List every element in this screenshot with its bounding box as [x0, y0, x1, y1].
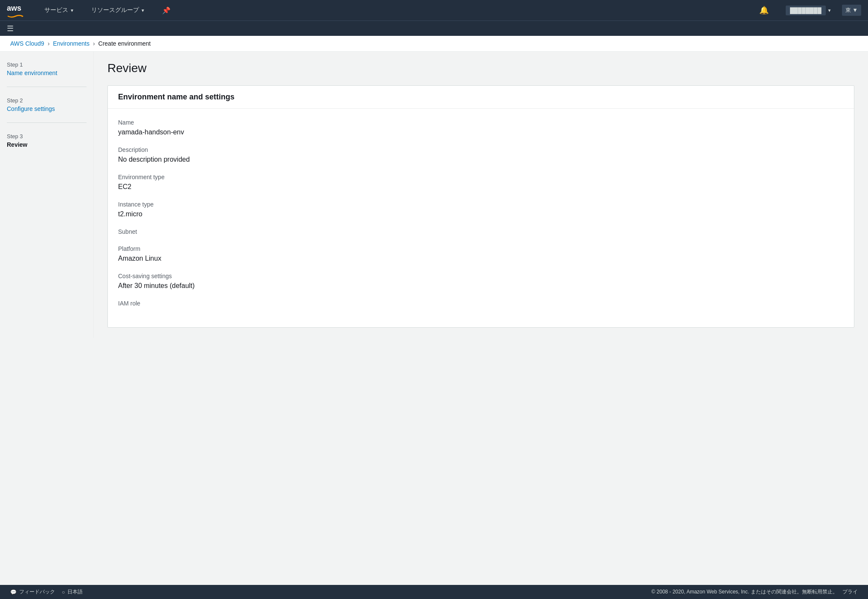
review-field-label: Description [118, 146, 844, 153]
wizard-sidebar: Step 1 Name environment Step 2 Configure… [0, 51, 94, 338]
aws-logo[interactable]: aws [7, 3, 24, 18]
user-account-menu[interactable]: ████████ ▼ [786, 6, 832, 15]
review-field: Cost-saving settingsAfter 30 minutes (de… [118, 273, 844, 290]
review-field: DescriptionNo description provided [118, 146, 844, 163]
review-field: Environment typeEC2 [118, 174, 844, 191]
breadcrumb-cloud9-link[interactable]: AWS Cloud9 [10, 40, 44, 47]
breadcrumb-current-page: Create environment [98, 40, 151, 47]
breadcrumb-environments-link[interactable]: Environments [53, 40, 90, 47]
language-label: 日本語 [67, 588, 83, 596]
review-panel-header: Environment name and settings [108, 86, 854, 109]
aws-wordmark-text: aws [7, 3, 24, 15]
review-field-label: Subnet [118, 228, 844, 235]
breadcrumb-separator-1: › [48, 40, 50, 47]
feedback-button[interactable]: 💬 フィードバック [10, 588, 55, 596]
review-field-value: Amazon Linux [118, 255, 844, 262]
page-footer: 💬 フィードバック ○ 日本語 © 2008 - 2020, Amazon We… [0, 585, 868, 599]
region-chevron: ▼ [852, 7, 858, 13]
sidebar-step-1: Step 1 Name environment [7, 61, 87, 87]
user-account-label: ████████ [786, 6, 826, 15]
svg-text:aws: aws [7, 4, 21, 12]
page-layout: Step 1 Name environment Step 2 Configure… [0, 51, 868, 338]
step-2-number: Step 2 [7, 97, 87, 104]
sidebar-item-review[interactable]: Review [7, 141, 87, 148]
feedback-label: フィードバック [19, 588, 55, 596]
review-field-value: EC2 [118, 183, 844, 191]
globe-icon: ○ [62, 589, 65, 595]
main-content: Review Environment name and settings Nam… [94, 51, 868, 338]
top-navigation: aws サービス ▼ リソースグループ ▼ 📌 🔔 ████████ ▼ 東 ▼ [0, 0, 868, 20]
breadcrumb-separator-2: › [93, 40, 95, 47]
feedback-bubble-icon: 💬 [10, 589, 17, 595]
sidebar-step-2: Step 2 Configure settings [7, 97, 87, 123]
page-title: Review [107, 61, 854, 75]
privacy-link[interactable]: プライ [842, 589, 858, 595]
review-field-value: No description provided [118, 156, 844, 163]
resource-groups-menu[interactable]: リソースグループ ▼ [88, 5, 148, 16]
step-1-number: Step 1 [7, 61, 87, 68]
review-field: Instance typet2.micro [118, 201, 844, 218]
review-field-label: Instance type [118, 201, 844, 208]
breadcrumb: AWS Cloud9 › Environments › Create envir… [0, 36, 868, 52]
sidebar-item-name-environment[interactable]: Name environment [7, 70, 87, 76]
review-field-value: t2.micro [118, 210, 844, 218]
svg-marker-1 [22, 15, 23, 17]
resource-groups-chevron: ▼ [141, 8, 145, 13]
review-panel-body: Nameyamada-handson-envDescriptionNo desc… [108, 109, 854, 327]
review-field: Subnet [118, 228, 844, 235]
review-field-value: yamada-handson-env [118, 128, 844, 136]
secondary-navigation: ☰ [0, 20, 868, 36]
footer-copyright: © 2008 - 2020, Amazon Web Services, Inc.… [651, 588, 858, 596]
review-panel: Environment name and settings Nameyamada… [107, 85, 854, 328]
region-selector[interactable]: 東 ▼ [842, 5, 862, 16]
notification-bell-icon[interactable]: 🔔 [759, 6, 769, 15]
resource-groups-label: リソースグループ [91, 6, 139, 14]
services-chevron: ▼ [70, 8, 74, 13]
review-field: PlatformAmazon Linux [118, 245, 844, 262]
review-field-label: IAM role [118, 300, 844, 307]
region-label: 東 [845, 7, 851, 13]
sidebar-item-configure-settings[interactable]: Configure settings [7, 105, 87, 112]
step-3-number: Step 3 [7, 133, 87, 140]
review-field-label: Name [118, 119, 844, 126]
services-label: サービス [44, 6, 68, 14]
footer-left: 💬 フィードバック ○ 日本語 [10, 588, 83, 596]
services-menu[interactable]: サービス ▼ [41, 5, 78, 16]
review-field-label: Cost-saving settings [118, 273, 844, 279]
review-field: IAM role [118, 300, 844, 307]
review-field-label: Platform [118, 245, 844, 252]
review-field-label: Environment type [118, 174, 844, 180]
sidebar-step-3: Step 3 Review [7, 133, 87, 158]
copyright-text: © 2008 - 2020, Amazon Web Services, Inc.… [651, 589, 838, 595]
review-field-value: After 30 minutes (default) [118, 282, 844, 290]
review-field: Nameyamada-handson-env [118, 119, 844, 136]
language-selector[interactable]: ○ 日本語 [62, 588, 83, 596]
hamburger-menu-icon[interactable]: ☰ [7, 24, 14, 33]
bookmark-icon[interactable]: 📌 [159, 5, 174, 16]
